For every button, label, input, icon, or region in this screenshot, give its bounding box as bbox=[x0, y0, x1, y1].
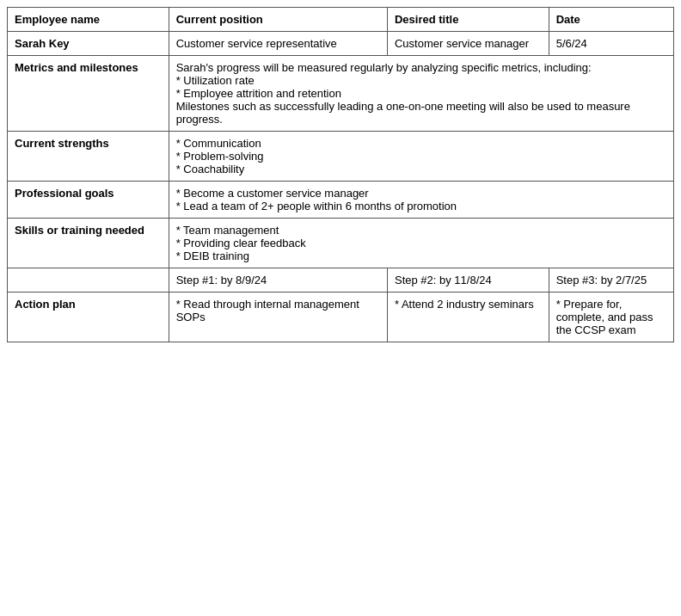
goals-content: * Become a customer service manager * Le… bbox=[169, 182, 673, 219]
action-plan-steps-empty bbox=[8, 268, 169, 293]
metrics-content: Sarah's progress will be measured regula… bbox=[169, 56, 673, 132]
employee-name: Sarah Key bbox=[8, 32, 169, 56]
date: 5/6/24 bbox=[549, 32, 673, 56]
goals-label: Professional goals bbox=[8, 182, 169, 219]
metrics-label: Metrics and milestones bbox=[8, 56, 169, 132]
action-plan-col3: * Attend 2 industry seminars bbox=[387, 293, 549, 342]
action-plan-col4: * Prepare for, complete, and pass the CC… bbox=[549, 293, 673, 342]
header-date: Date bbox=[549, 8, 673, 32]
skills-label: Skills or training needed bbox=[8, 219, 169, 268]
strengths-label: Current strengths bbox=[8, 132, 169, 182]
action-step-3-label: Step #3: by 2/7/25 bbox=[549, 268, 673, 293]
action-plan-col2: * Read through internal management SOPs bbox=[169, 293, 387, 342]
action-plan-label: Action plan bbox=[8, 293, 169, 342]
action-step-2-label: Step #2: by 11/8/24 bbox=[387, 268, 549, 293]
desired-title: Customer service manager bbox=[387, 32, 549, 56]
action-step-1-label: Step #1: by 8/9/24 bbox=[169, 268, 387, 293]
skills-content: * Team management * Providing clear feed… bbox=[169, 219, 673, 268]
strengths-content: * Communication * Problem-solving * Coac… bbox=[169, 132, 673, 182]
header-employee-name: Employee name bbox=[8, 8, 169, 32]
header-desired-title: Desired title bbox=[387, 8, 549, 32]
current-position: Customer service representative bbox=[169, 32, 387, 56]
header-current-position: Current position bbox=[169, 8, 387, 32]
